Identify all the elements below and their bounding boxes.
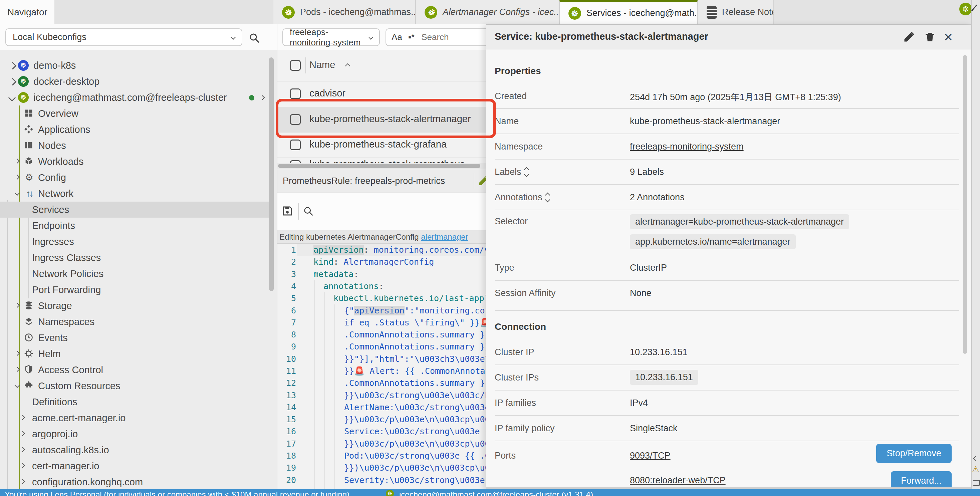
code-line[interactable]: 5kubectl.kubernetes.io/last-applied-conf… — [277, 292, 486, 304]
prometheusrule-dock-tab[interactable]: PrometheusRule: freepeals-prod-metrics — [277, 169, 486, 193]
sidebar-item-ingresses[interactable]: Ingresses — [0, 234, 269, 250]
code-line[interactable]: 17}}\u003c/p\u003e\n\u003cp\u003 — [277, 437, 486, 450]
code-line[interactable]: 20Severity:\u003c/strong\u003e — [277, 474, 486, 486]
tab-release-notes[interactable]: Release Notes — [698, 0, 774, 24]
chevron-right-icon — [20, 447, 25, 452]
code-line[interactable]: 14AlertName:\u003c/strong\u003e — [277, 401, 486, 413]
sidebar-item-argoproj[interactable]: argoproj.io — [0, 426, 269, 442]
sidebar-item-configuration-konghq[interactable]: configuration.konghq.com — [0, 474, 269, 490]
sidebar-item-nodes[interactable]: Nodes — [0, 138, 269, 154]
chevron-down-icon — [15, 383, 20, 388]
code-line[interactable]: 1apiVersion: monitoring.coreos.com/v1 — [277, 244, 486, 256]
code-line[interactable]: 11}}🚨 Alert: {{ .CommonAnnotati — [277, 365, 486, 377]
sidebar-item-network-policies[interactable]: Network Policies — [0, 266, 269, 282]
column-header-name[interactable]: Name — [309, 59, 335, 70]
sidebar-item-endpoints[interactable]: Endpoints — [0, 218, 269, 234]
selector-badge[interactable]: alertmanager=kube-prometheus-stack-alert… — [630, 214, 849, 229]
sidebar-item-autoscaling[interactable]: autoscaling.k8s.io — [0, 442, 269, 458]
row-checkbox[interactable] — [290, 89, 301, 99]
editor-search-icon[interactable] — [303, 206, 314, 217]
sidebar-item-overview[interactable]: Overview — [0, 105, 269, 121]
port-link[interactable]: 9093/TCP — [630, 451, 671, 461]
editor-toolbar — [277, 193, 486, 230]
tab-navigator[interactable]: Navigator — [0, 0, 54, 25]
select-all-checkbox[interactable] — [290, 60, 301, 71]
save-icon[interactable] — [282, 205, 293, 217]
drawer-header: Service: kube-prometheus-stack-alertmana… — [486, 25, 972, 49]
row-checkbox[interactable] — [290, 140, 301, 150]
property-row-ip-family-policy: IP family policy SingleStack — [495, 416, 959, 441]
sidebar-item-workloads[interactable]: Workloads — [0, 154, 269, 170]
table-row-partial[interactable]: kube-prometheus-stack-prometheus — [277, 157, 486, 163]
port-link[interactable]: 8080:reloader-web/TCP — [630, 475, 725, 486]
code-line[interactable]: 2kind: AlertmanagerConfig — [277, 256, 486, 268]
code-line[interactable]: 8.CommonAnnotations.summary }} — [277, 328, 486, 341]
sidebar-item-network[interactable]: ↑↓Network — [0, 186, 269, 202]
code-line[interactable]: 6{"apiVersion":"monitoring.coreos.com/v1… — [277, 304, 486, 317]
stop-remove-port-forward-button[interactable]: Stop/Remove — [876, 444, 951, 463]
helm-icon — [24, 349, 34, 359]
sidebar-item-ingress-classes[interactable]: Ingress Classes — [0, 250, 269, 266]
sidebar-item-freeleaps-cluster[interactable]: ☸icecheng@mathmast.com@freeleaps-cluster — [0, 89, 269, 105]
document-icon — [706, 6, 717, 19]
code-line[interactable]: 15}}\u003c/p\u003e\n\u003cp\u003 — [277, 413, 486, 426]
sidebar-item-acme-cert-manager[interactable]: acme.cert-manager.io — [0, 410, 269, 426]
code-line[interactable]: 13}}\u003c/strong\u003e\u003c/h3 — [277, 389, 486, 402]
active-cluster-status[interactable]: icecheng@mathmast.com@freeleaps-cluster … — [399, 490, 593, 496]
code-line[interactable]: 16Service:\u003c/strong\u003e { — [277, 425, 486, 437]
property-row-namespace: Namespace freeleaps-monitoring-system — [495, 134, 959, 159]
row-checkbox[interactable] — [290, 160, 301, 163]
sidebar-item-port-forwarding[interactable]: Port Forwarding — [0, 282, 269, 298]
code-line[interactable]: 19}})\u003c/p\u003e\n\u003cp\u00 — [277, 462, 486, 474]
code-line[interactable]: 3metadata: — [277, 268, 486, 280]
selector-badge[interactable]: app.kubernetes.io/name=alertmanager — [630, 234, 796, 250]
sidebar-scrollbar[interactable] — [269, 57, 274, 291]
property-row-created: Created 254d 17h 50m ago (2025年1月13日 GMT… — [495, 84, 959, 109]
expand-toggle-icon[interactable] — [525, 168, 528, 176]
match-case-icon[interactable]: Aa — [391, 32, 402, 42]
sidebar-item-helm[interactable]: Helm — [0, 346, 269, 362]
sidebar-item-custom-resources[interactable]: Custom Resources — [0, 378, 269, 394]
code-line[interactable]: 4annotations: — [277, 280, 486, 293]
sidebar-item-demo-k8s[interactable]: ☸demo-k8s — [0, 57, 269, 73]
tab-pods[interactable]: ☸ Pods - icecheng@mathmas... — [273, 0, 415, 24]
sidebar-item-storage[interactable]: Storage — [0, 298, 269, 314]
code-line[interactable]: 18Pod:\u003c/strong\u003e {{ .Co — [277, 450, 486, 462]
tab-services[interactable]: ☸ Services - icecheng@math... × — [559, 0, 698, 24]
close-icon[interactable]: × — [944, 28, 953, 46]
kubernetes-icon[interactable]: ☸ — [959, 3, 972, 15]
chevron-left-icon[interactable] — [973, 456, 978, 461]
sidebar-item-applications[interactable]: Applications — [0, 121, 269, 138]
expand-toggle-icon[interactable] — [546, 193, 549, 202]
sidebar-item-events[interactable]: Events — [0, 330, 269, 346]
sidebar-item-definitions[interactable]: Definitions — [0, 394, 269, 410]
code-line[interactable]: 10}}"}],"html":"\u003ch3\u003e\u — [277, 353, 486, 365]
sort-ascending-icon[interactable] — [345, 64, 350, 69]
search-icon[interactable] — [248, 32, 260, 44]
regex-icon[interactable]: ▪* — [408, 32, 415, 42]
alertmanager-config-link[interactable]: alertmanager — [421, 232, 468, 241]
tab-alertmanager-configs[interactable]: ☸ Alertmanager Configs - icec... — [415, 0, 559, 24]
sidebar-item-access-control[interactable]: Access Control — [0, 362, 269, 378]
trash-icon[interactable] — [924, 31, 936, 43]
edit-pencil-icon[interactable] — [478, 175, 486, 187]
namespace-link[interactable]: freeleaps-monitoring-system — [630, 141, 744, 152]
code-line[interactable]: 9.CommonAnnotations.summary }} — [277, 340, 486, 353]
drawer-scrollbar[interactable] — [963, 55, 967, 354]
code-line[interactable]: 12.CommonAnnotations.summary }} — [277, 377, 486, 389]
chevron-right-icon — [260, 95, 265, 100]
chevron-down-icon — [8, 94, 16, 102]
sidebar-item-docker-desktop[interactable]: ☸docker-desktop — [0, 73, 269, 89]
sidebar-item-services[interactable]: Services — [0, 202, 269, 218]
edit-pencil-icon[interactable] — [903, 31, 915, 43]
sidebar-item-cert-manager[interactable]: cert-manager.io — [0, 458, 269, 474]
layers-icon — [24, 317, 34, 327]
horizontal-scrollbar[interactable] — [278, 164, 480, 168]
search-input[interactable] — [421, 32, 472, 43]
sidebar-item-namespaces[interactable]: Namespaces — [0, 314, 269, 330]
kubeconfig-select[interactable]: Local Kubeconfigs — [5, 29, 242, 46]
code-line[interactable]: 7if eq .Status \"firing\" }}🚨 — [277, 316, 486, 329]
sidebar-item-config[interactable]: ⚙Config — [0, 170, 269, 186]
input-box-icon — [973, 480, 980, 486]
namespace-select[interactable]: freeleaps-monitoring-system — [282, 29, 380, 46]
